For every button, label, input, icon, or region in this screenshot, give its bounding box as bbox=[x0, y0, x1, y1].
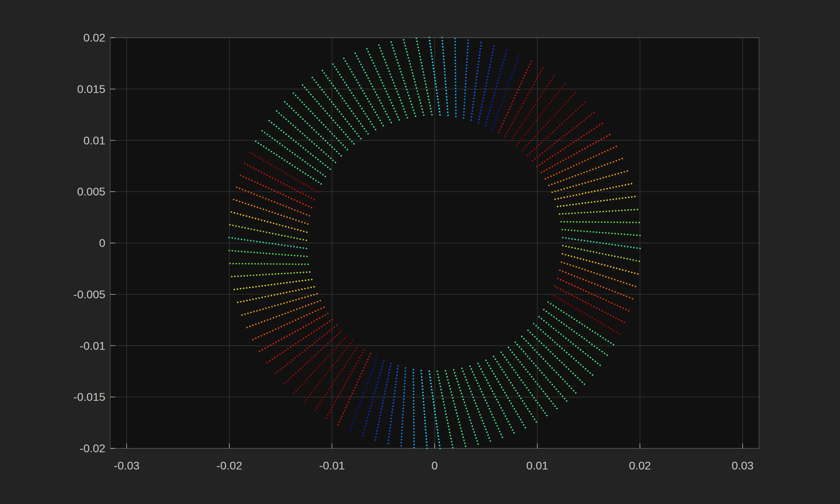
spoke-dot bbox=[512, 122, 513, 123]
spoke-dot bbox=[455, 100, 456, 101]
spoke-dot bbox=[487, 434, 489, 436]
spoke-dot bbox=[313, 199, 315, 200]
spoke-dot bbox=[286, 323, 288, 325]
spoke-dot bbox=[552, 353, 554, 355]
spoke-dot bbox=[536, 78, 537, 80]
spoke-dot bbox=[336, 151, 337, 152]
spoke-dot bbox=[476, 76, 477, 77]
spoke-dot bbox=[470, 119, 472, 121]
spoke-dot bbox=[447, 419, 448, 421]
spoke-dot bbox=[578, 138, 579, 139]
spoke-dot bbox=[486, 79, 488, 80]
spoke-dot bbox=[502, 354, 504, 355]
spoke-dot bbox=[568, 229, 569, 231]
spoke-dot bbox=[501, 386, 502, 388]
spoke-dot bbox=[332, 120, 334, 121]
spoke-dot bbox=[410, 66, 411, 68]
spoke-dot bbox=[423, 74, 424, 76]
spoke-dot bbox=[386, 381, 388, 382]
spoke-dot bbox=[322, 174, 324, 175]
spoke-dot bbox=[281, 338, 282, 340]
spoke-dot bbox=[381, 409, 382, 410]
spoke-dot bbox=[292, 164, 293, 166]
spoke-dot bbox=[339, 111, 340, 112]
spoke-dot bbox=[621, 210, 622, 211]
spoke-dot bbox=[332, 63, 334, 65]
spoke-dot bbox=[537, 75, 539, 77]
spoke-dot bbox=[597, 321, 598, 322]
spoke-dot bbox=[475, 437, 477, 439]
spoke-dot bbox=[554, 154, 556, 155]
spoke-dot bbox=[306, 89, 307, 91]
spoke-dot bbox=[454, 38, 456, 39]
spoke-dot bbox=[451, 394, 453, 396]
spoke-dot bbox=[387, 68, 388, 69]
spoke-dot bbox=[467, 43, 469, 44]
spoke-dot bbox=[583, 135, 585, 136]
spoke-dot bbox=[268, 211, 270, 212]
spoke-dot bbox=[561, 348, 562, 349]
spoke-dot bbox=[269, 360, 270, 361]
y-tick-label: -0.02 bbox=[80, 442, 105, 455]
spoke-dot bbox=[505, 415, 506, 417]
spoke-dot bbox=[432, 395, 433, 397]
spoke-dot bbox=[455, 81, 456, 83]
spoke-dot bbox=[321, 105, 322, 107]
spoke-dot bbox=[311, 322, 312, 323]
spoke-dot bbox=[596, 347, 598, 349]
spoke-dot bbox=[344, 385, 345, 386]
spoke-dot bbox=[499, 129, 501, 130]
spoke-dot bbox=[326, 322, 328, 324]
spoke-dot bbox=[604, 222, 605, 223]
spoke-dot bbox=[353, 390, 354, 391]
spoke-dot bbox=[430, 383, 431, 384]
spoke-dot bbox=[494, 376, 496, 377]
spoke-dot bbox=[485, 377, 486, 378]
spoke-dot bbox=[599, 253, 600, 254]
spoke-dot bbox=[297, 211, 298, 212]
spoke-dot bbox=[541, 129, 542, 130]
spoke-dot bbox=[566, 313, 567, 315]
spoke-dot bbox=[563, 335, 564, 337]
spoke-dot bbox=[566, 400, 567, 402]
plot-canvas[interactable]: -0.03-0.02-0.0100.010.020.03-0.02-0.015-… bbox=[0, 0, 840, 504]
spoke-dot bbox=[435, 86, 437, 88]
spoke-dot bbox=[422, 395, 424, 396]
spoke-dot bbox=[246, 215, 247, 217]
spoke-dot bbox=[306, 214, 307, 215]
spoke-dot bbox=[587, 327, 588, 328]
spoke-dot bbox=[413, 397, 414, 398]
spoke-dot bbox=[369, 54, 370, 55]
spoke-dot bbox=[467, 411, 468, 412]
spoke-dot bbox=[370, 104, 371, 105]
spoke-dot bbox=[250, 192, 252, 194]
spoke-dot bbox=[262, 242, 264, 243]
spoke-dot bbox=[273, 153, 275, 154]
spoke-dot bbox=[500, 407, 502, 409]
spoke-dot bbox=[512, 405, 514, 407]
spoke-dot bbox=[348, 66, 349, 67]
spoke-dot bbox=[335, 122, 336, 123]
spoke-dot bbox=[636, 235, 637, 236]
spoke-dot bbox=[276, 126, 277, 127]
spoke-dot bbox=[468, 417, 470, 418]
spoke-dot bbox=[535, 325, 537, 326]
spoke-dot bbox=[407, 54, 408, 56]
spoke-dot bbox=[437, 374, 438, 375]
spoke-dot bbox=[436, 89, 437, 91]
spoke-dot bbox=[514, 408, 515, 410]
spoke-dot bbox=[389, 119, 390, 120]
spoke-dot bbox=[252, 286, 254, 288]
spoke-dot bbox=[549, 337, 551, 339]
spoke-dot bbox=[473, 101, 474, 102]
spoke-dot bbox=[618, 333, 620, 334]
spoke-dot bbox=[400, 71, 402, 73]
spoke-dot bbox=[346, 84, 347, 86]
spoke-dot bbox=[605, 325, 606, 326]
spoke-dot bbox=[506, 114, 507, 116]
spoke-dot bbox=[496, 378, 498, 380]
spoke-dot bbox=[417, 93, 419, 95]
spoke-dot bbox=[315, 387, 316, 388]
spoke-dot bbox=[292, 300, 294, 301]
spoke-dot bbox=[255, 298, 257, 299]
